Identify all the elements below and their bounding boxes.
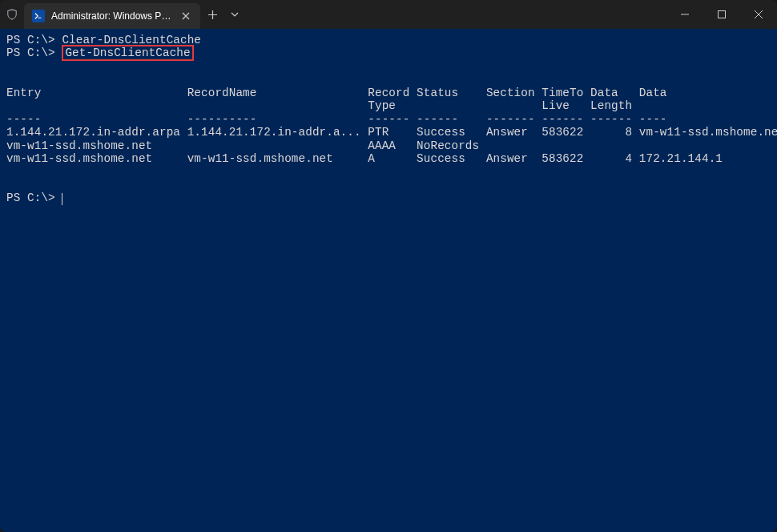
titlebar: Administrator: Windows Powe <box>0 0 777 29</box>
tab-dropdown-button[interactable] <box>224 0 245 29</box>
terminal-window: Administrator: Windows Powe <box>0 0 777 532</box>
cursor <box>62 193 62 205</box>
terminal-output[interactable]: PS C:\> Clear-DnsClientCache PS C:\> Get… <box>0 29 777 532</box>
titlebar-left: Administrator: Windows Powe <box>0 0 245 29</box>
highlighted-command: Get-DnsClientCache <box>62 45 193 61</box>
window-controls <box>666 0 777 29</box>
maximize-button[interactable] <box>703 0 740 29</box>
uac-shield-icon <box>0 0 24 29</box>
tab-title: Administrator: Windows Powe <box>51 10 173 22</box>
close-tab-button[interactable] <box>179 10 192 22</box>
powershell-icon <box>32 10 45 22</box>
close-window-button[interactable] <box>740 0 777 29</box>
svg-rect-1 <box>719 11 726 18</box>
tab-active[interactable]: Administrator: Windows Powe <box>24 3 200 29</box>
new-tab-button[interactable] <box>200 0 224 29</box>
minimize-button[interactable] <box>666 0 703 29</box>
